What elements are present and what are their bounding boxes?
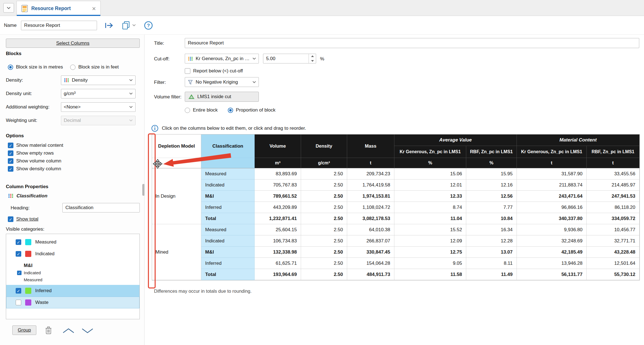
value-cell: 12.33 bbox=[394, 191, 466, 202]
cutoff-label: Cut-off: bbox=[154, 56, 169, 62]
column-header-volume[interactable]: Volume bbox=[255, 134, 301, 158]
waste-checkbox[interactable] bbox=[16, 300, 21, 305]
classification-cell[interactable]: Measured bbox=[201, 224, 255, 235]
value-cell: 64,010.38 bbox=[347, 224, 394, 235]
classification-cell[interactable]: M&I bbox=[201, 191, 255, 202]
classification-cell[interactable]: Indicated bbox=[201, 179, 255, 191]
classification-cell[interactable]: Measured bbox=[201, 168, 255, 179]
density-select[interactable]: Density bbox=[61, 75, 136, 85]
inferred-checkbox[interactable] bbox=[16, 288, 21, 294]
list-item-current[interactable]: Waste bbox=[6, 297, 139, 308]
resource-report-window: Resource Report × Name Resource Report bbox=[0, 0, 644, 345]
density-unit-label: Density unit: bbox=[6, 91, 32, 96]
additional-weighting-label: Additional weighting: bbox=[6, 104, 49, 110]
report-below-label: Report below (<) cut-off bbox=[193, 68, 243, 74]
column-header-kr-content[interactable]: Kr Generous, Zn_pc in LMS1 bbox=[517, 146, 587, 158]
column-header-depletion[interactable]: Depletion Model bbox=[152, 134, 201, 158]
weighting-unit-value: Decimal bbox=[64, 118, 127, 123]
tab-list-dropdown-button[interactable] bbox=[3, 3, 14, 13]
move-down-icon[interactable] bbox=[81, 328, 94, 334]
density-unit-select[interactable]: g/cm³ bbox=[61, 89, 136, 98]
value-cell: 8.11 bbox=[466, 258, 517, 269]
chevron-down-icon bbox=[252, 81, 256, 83]
show-total-checkbox[interactable] bbox=[8, 216, 13, 222]
category-color-swatch bbox=[25, 239, 31, 245]
show-density-column-checkbox[interactable] bbox=[8, 166, 13, 172]
show-material-content-checkbox[interactable] bbox=[8, 143, 13, 148]
tab-resource-report[interactable]: Resource Report × bbox=[16, 1, 101, 16]
list-item-selected[interactable]: Inferred bbox=[6, 285, 139, 297]
value-cell: 2.50 bbox=[301, 213, 347, 224]
help-icon[interactable]: ? bbox=[144, 21, 153, 30]
delete-icon[interactable] bbox=[45, 326, 52, 335]
additional-weighting-select[interactable]: <None> bbox=[61, 102, 136, 112]
column-header-rbf-content[interactable]: RBF, Zn_pc in LMS1 bbox=[587, 146, 640, 158]
depletion-group-cell: In Design bbox=[152, 168, 201, 224]
spinner-down-icon[interactable] bbox=[309, 59, 316, 63]
classification-cell[interactable]: Total bbox=[201, 213, 255, 224]
proportion-radio[interactable] bbox=[228, 108, 233, 113]
show-density-column-label: Show density column bbox=[16, 166, 61, 172]
filter-value: No Negative Kriging bbox=[196, 79, 250, 85]
classification-cell[interactable]: M&I bbox=[201, 247, 255, 258]
value-cell: 12.75 bbox=[394, 247, 466, 258]
column-header-density[interactable]: Density bbox=[301, 134, 347, 158]
measured-checkbox[interactable] bbox=[16, 239, 21, 245]
group-header-average-value: Average Value bbox=[394, 134, 517, 146]
list-item[interactable]: Measured bbox=[6, 236, 139, 248]
column-header-classification[interactable]: Classification bbox=[201, 134, 255, 158]
copy-options-chevron-icon[interactable] bbox=[132, 24, 136, 27]
copy-icon[interactable] bbox=[122, 21, 130, 30]
list-item[interactable]: Indicated bbox=[6, 248, 139, 260]
entire-block-radio[interactable] bbox=[185, 108, 190, 113]
cutoff-value: Kr Generous, Zn_pc in … bbox=[196, 56, 250, 62]
value-cell: 15.95 bbox=[466, 168, 517, 179]
value-cell: 11.49 bbox=[466, 269, 517, 280]
value-cell: 16.34 bbox=[466, 224, 517, 235]
block-feet-radio[interactable] bbox=[70, 65, 75, 70]
classification-cell[interactable]: Total bbox=[201, 269, 255, 280]
cutoff-amount-spinner[interactable]: 5.00 bbox=[263, 54, 316, 63]
mi-group-label[interactable]: M&I bbox=[6, 262, 139, 269]
export-icon[interactable] bbox=[104, 21, 114, 30]
value-cell: 12.01 bbox=[394, 179, 466, 191]
mi-indicated-checkbox[interactable] bbox=[17, 271, 22, 275]
indicated-checkbox[interactable] bbox=[16, 251, 21, 257]
inferred-label: Inferred bbox=[35, 288, 52, 294]
value-cell: 55,730.12 bbox=[587, 269, 640, 280]
column-header-kr-avg[interactable]: Kr Generous, Zn_pc in LMS1 bbox=[394, 146, 466, 158]
measured-label: Measured bbox=[35, 239, 56, 245]
move-up-icon[interactable] bbox=[62, 328, 75, 334]
heading-input[interactable]: Classification bbox=[62, 203, 140, 212]
report-below-checkbox[interactable] bbox=[185, 68, 190, 74]
select-columns-button[interactable]: Select Columns bbox=[6, 39, 140, 48]
filter-label: Filter: bbox=[154, 80, 166, 85]
spinner-up-icon[interactable] bbox=[309, 54, 316, 59]
filter-select[interactable]: No Negative Kriging bbox=[185, 77, 259, 87]
classification-cell[interactable]: Inferred bbox=[201, 258, 255, 269]
classification-cell[interactable]: Indicated bbox=[201, 235, 255, 247]
title-input[interactable]: Resource Report bbox=[185, 38, 639, 48]
volume-filter-button[interactable]: LMS1 inside cut bbox=[185, 92, 259, 102]
column-header-rbf-avg[interactable]: RBF, Zn_pc in LMS1 bbox=[466, 146, 517, 158]
tab-close-icon[interactable]: × bbox=[92, 5, 96, 12]
waste-label: Waste bbox=[35, 300, 49, 305]
cutoff-amount-value[interactable]: 5.00 bbox=[263, 54, 309, 63]
unit-cell: % bbox=[394, 158, 466, 168]
value-cell: 11.04 bbox=[394, 213, 466, 224]
column-header-mass[interactable]: Mass bbox=[347, 134, 394, 158]
spinner-arrows[interactable] bbox=[309, 54, 316, 63]
show-volume-column-checkbox[interactable] bbox=[8, 158, 13, 164]
visible-categories-list: Measured Indicated M&I Indicated Measure… bbox=[6, 234, 140, 319]
block-metres-radio[interactable] bbox=[8, 65, 13, 70]
weighting-unit-label: Weighting unit: bbox=[6, 118, 37, 123]
value-cell: 247,941.53 bbox=[587, 191, 640, 202]
selected-column-name: Classification bbox=[16, 193, 48, 199]
option-show-material-content: Show material content bbox=[8, 143, 63, 148]
show-empty-rows-checkbox[interactable] bbox=[8, 150, 13, 156]
classification-cell[interactable]: Inferred bbox=[201, 202, 255, 213]
value-cell: 8.74 bbox=[394, 202, 466, 213]
cutoff-select[interactable]: Kr Generous, Zn_pc in … bbox=[185, 54, 259, 63]
name-input[interactable]: Resource Report bbox=[21, 21, 97, 30]
group-button[interactable]: Group bbox=[12, 325, 36, 335]
